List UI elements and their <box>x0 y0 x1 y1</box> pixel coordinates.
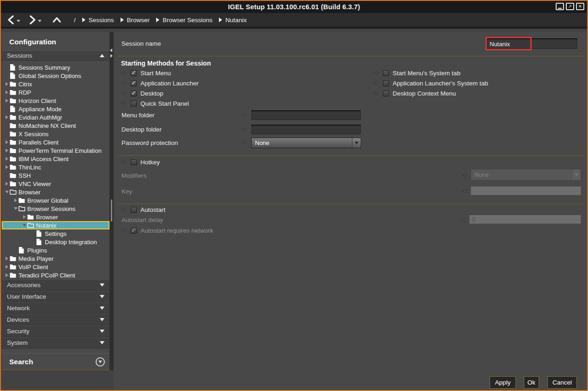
expander-collapsed-icon[interactable] <box>4 273 10 277</box>
start-menu-s-system-tab-checkbox[interactable] <box>383 70 389 76</box>
expander-expanded-icon[interactable] <box>12 207 18 210</box>
expander-collapsed-icon[interactable] <box>4 99 10 102</box>
reset-icon[interactable]: ⟲ <box>371 70 379 77</box>
tree-item-evidian-authmgr[interactable]: Evidian AuthMgr <box>2 113 109 121</box>
close-button[interactable]: ✕ <box>576 3 584 10</box>
file-icon <box>10 72 18 79</box>
expander-collapsed-icon[interactable] <box>4 82 10 86</box>
expander-collapsed-icon[interactable] <box>4 257 10 260</box>
session-name-input[interactable] <box>487 38 577 49</box>
sidebar-section-sessions[interactable]: Sessions <box>2 50 109 61</box>
sidebar-section-system[interactable]: System <box>2 337 109 349</box>
hotkey-checkbox[interactable] <box>131 159 137 165</box>
forward-history-dropdown-icon[interactable] <box>38 20 42 22</box>
expander-collapsed-icon[interactable] <box>4 182 10 186</box>
application-launcher-s-system-tab-checkbox[interactable] <box>383 80 389 86</box>
desktop-checkbox[interactable] <box>131 90 137 96</box>
expander-collapsed-icon[interactable] <box>4 265 10 269</box>
collapse-right-icon[interactable] <box>110 54 113 58</box>
tree-item-teradici-pcoip-client[interactable]: Teradici PCoIP Client <box>2 271 109 279</box>
tree-item-settings[interactable]: Settings <box>2 229 109 238</box>
breadcrumb-item-sessions[interactable]: Sessions <box>89 17 114 24</box>
breadcrumb-item-browser[interactable]: Browser <box>127 17 150 24</box>
tree-item-ibm-iaccess-client[interactable]: IBM iAccess Client <box>2 155 109 163</box>
expander-collapsed-icon[interactable] <box>4 115 10 119</box>
expander-expanded-icon[interactable] <box>21 224 27 227</box>
search-expand-button[interactable] <box>96 357 105 367</box>
tree-item-citrix[interactable]: Citrix <box>2 80 109 88</box>
expander-collapsed-icon[interactable] <box>21 215 27 219</box>
search-panel[interactable]: Search <box>2 353 109 370</box>
expander-expanded-icon[interactable] <box>4 191 10 193</box>
expander-collapsed-icon[interactable] <box>12 199 18 202</box>
minimize-button[interactable] <box>556 3 564 10</box>
tree-scrollbar-thumb[interactable] <box>111 199 112 222</box>
panel-splitter[interactable] <box>109 32 114 370</box>
tree-item-voip-client[interactable]: VoIP Client <box>2 263 109 271</box>
tree-item-horizon-client[interactable]: Horizon Client <box>2 96 109 105</box>
up-button[interactable] <box>52 16 62 24</box>
tree-item-vnc-viewer[interactable]: VNC Viewer <box>2 180 109 188</box>
tree-item-ssh[interactable]: SSH <box>2 171 109 180</box>
sidebar-section-network[interactable]: Network <box>2 302 109 314</box>
desktop-folder-input[interactable] <box>251 125 361 134</box>
dropdown-arrow-button[interactable] <box>352 138 361 148</box>
sidebar-section-user-interface[interactable]: User Interface <box>2 291 109 302</box>
expander-collapsed-icon[interactable] <box>4 165 10 169</box>
tree-item-plugins[interactable]: Plugins <box>2 246 109 254</box>
reset-icon[interactable]: ⟲ <box>119 80 127 87</box>
tree-item-sessions-summary[interactable]: Sessions Summary <box>2 63 109 72</box>
breadcrumb-item-browser-sessions[interactable]: Browser Sessions <box>163 17 212 24</box>
application-launcher-checkbox[interactable] <box>131 80 137 86</box>
expander-collapsed-icon[interactable] <box>4 149 10 152</box>
sidebar-section-accessories[interactable]: Accessories <box>2 279 109 291</box>
collapse-left-icon[interactable] <box>110 48 112 52</box>
tree-item-browser-sessions[interactable]: Browser Sessions <box>2 205 109 213</box>
reset-icon[interactable]: ⟲ <box>119 70 127 77</box>
tree-item-desktop-integration[interactable]: Desktop Integration <box>2 238 109 246</box>
tree-item-browser[interactable]: Browser <box>2 188 109 196</box>
autostart-checkbox[interactable] <box>131 207 137 213</box>
desktop-context-menu-checkbox[interactable] <box>383 90 389 96</box>
breadcrumb-item-nutanix[interactable]: Nutanix <box>225 17 247 24</box>
quick-start-panel-checkbox[interactable] <box>131 101 137 107</box>
tree-item-media-player[interactable]: Media Player <box>2 254 109 263</box>
forward-button[interactable] <box>28 15 37 25</box>
start-menu-checkbox[interactable] <box>131 70 137 76</box>
cancel-button[interactable]: Cancel <box>547 376 577 389</box>
tree-item-x-sessions[interactable]: X Sessions <box>2 130 109 138</box>
ok-button[interactable]: Ok <box>524 376 539 389</box>
tree-item-appliance-mode[interactable]: Appliance Mode <box>2 105 109 113</box>
sidebar-section-security[interactable]: Security <box>2 325 109 337</box>
tree-item-powerterm-terminal-emulation[interactable]: PowerTerm Terminal Emulation <box>2 146 109 155</box>
sidebar-section-devices[interactable]: Devices <box>2 314 109 325</box>
expander-collapsed-icon[interactable] <box>4 157 10 161</box>
expander-collapsed-icon[interactable] <box>4 90 10 94</box>
reset-icon[interactable]: ⟲ <box>240 112 248 119</box>
tree-item-browser-global[interactable]: Browser Global <box>2 196 109 205</box>
tree-item-rdp[interactable]: RDP <box>2 88 109 96</box>
back-history-dropdown-icon[interactable] <box>17 20 20 22</box>
password-protection-select[interactable]: None <box>251 138 361 148</box>
tree-item-browser[interactable]: Browser <box>2 213 109 221</box>
menu-folder-input[interactable] <box>251 110 361 120</box>
reset-icon[interactable]: ⟲ <box>240 126 248 133</box>
reset-icon[interactable]: ⟲ <box>119 206 127 213</box>
reset-icon[interactable]: ⟲ <box>240 139 248 146</box>
tree-item-nutanix[interactable]: Nutanix <box>2 221 109 229</box>
back-button[interactable] <box>6 15 16 25</box>
tree-item-thinlinc[interactable]: ThinLinc <box>2 163 109 171</box>
reset-icon[interactable]: ⟲ <box>371 90 379 97</box>
expander-collapsed-icon[interactable] <box>4 140 10 144</box>
title-bar[interactable]: IGEL Setup 11.03.100.rc6.01 (Build 6.3.7… <box>1 1 587 13</box>
autostart-delay-row: Autostart delay ⟲ <box>114 215 587 225</box>
reset-icon[interactable]: ⟲ <box>371 80 379 87</box>
tree-item-global-session-options[interactable]: Global Session Options <box>2 72 109 80</box>
tree-item-parallels-client[interactable]: Parallels Client <box>2 138 109 146</box>
maximize-button[interactable]: ↗ <box>566 3 574 10</box>
tree-item-nomachine-nx-client[interactable]: NoMachine NX Client <box>2 121 109 130</box>
reset-icon[interactable]: ⟲ <box>119 90 127 97</box>
apply-button[interactable]: Apply <box>490 376 516 389</box>
reset-icon[interactable]: ⟲ <box>119 159 127 166</box>
reset-icon[interactable]: ⟲ <box>119 100 127 107</box>
